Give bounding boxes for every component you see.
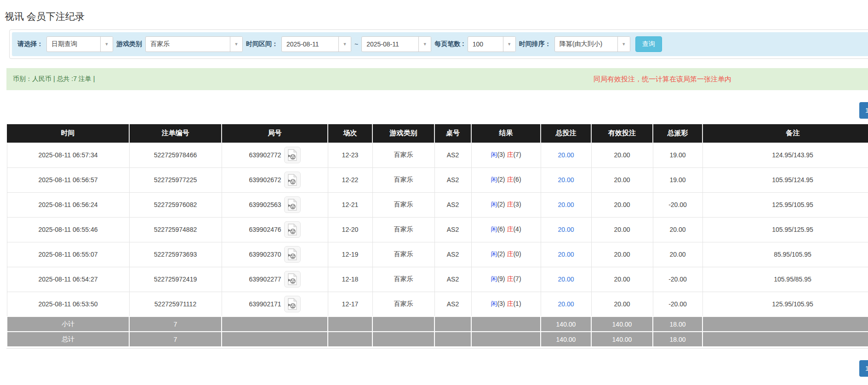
player-label: 闲 bbox=[491, 201, 497, 208]
game-category-label: 游戏类别 bbox=[116, 40, 142, 48]
cell-note: 105.95/125.95 bbox=[702, 217, 868, 242]
round-id-value: 639902277 bbox=[249, 276, 281, 283]
total-bet-link[interactable]: 20.00 bbox=[558, 201, 574, 208]
round-id-value: 639902370 bbox=[249, 251, 281, 258]
cell-result: 闲(2) 庄(6) bbox=[471, 167, 541, 192]
video-replay-icon[interactable] bbox=[284, 147, 301, 163]
subtotal-row: 小计 7 140.00 140.00 18.00 bbox=[7, 316, 868, 332]
banker-label: 庄 bbox=[507, 151, 513, 158]
cell-game-category: 百家乐 bbox=[372, 143, 434, 167]
player-label: 闲 bbox=[491, 300, 497, 307]
video-replay-icon[interactable] bbox=[284, 172, 301, 188]
player-score: (3) bbox=[497, 151, 505, 158]
cell-note: 105.95/124.95 bbox=[702, 167, 868, 192]
total-bet-link[interactable]: 20.00 bbox=[558, 251, 574, 258]
game-category-select[interactable]: 百家乐 ▼ bbox=[145, 36, 243, 52]
cell-table-no: AS2 bbox=[434, 292, 471, 316]
banker-label: 庄 bbox=[507, 201, 513, 208]
total-bet-link[interactable]: 20.00 bbox=[558, 151, 574, 159]
bet-records-table: 时间 注单编号 局号 场次 游戏类别 桌号 结果 总投注 有效投注 总派彩 备注… bbox=[6, 124, 868, 347]
table-row: 2025-08-11 06:53:50 522725971112 6399021… bbox=[7, 292, 868, 316]
banker-score: (6) bbox=[513, 176, 521, 183]
date-to-value: 2025-08-11 bbox=[362, 37, 418, 52]
cell-total-bet: 20.00 bbox=[541, 167, 591, 192]
cell-note: 124.95/143.95 bbox=[702, 143, 868, 167]
summary-bar: 币别：人民币 | 总共 :7 注单 | 同局有效投注，统一计算在该局第一张注单内 bbox=[6, 68, 868, 90]
page-title: 视讯 会员下注纪录 bbox=[5, 10, 85, 23]
cell-bet-id: 522725977225 bbox=[129, 167, 222, 192]
header-bet-id: 注单编号 bbox=[129, 124, 222, 143]
table-header-row: 时间 注单编号 局号 场次 游戏类别 桌号 结果 总投注 有效投注 总派彩 备注 bbox=[7, 124, 868, 143]
sort-select[interactable]: 降冪(由大到小) ▼ bbox=[554, 36, 630, 52]
cell-result: 闲(6) 庄(4) bbox=[471, 217, 541, 242]
page-size-select[interactable]: 100 ▼ bbox=[468, 36, 516, 52]
banker-label: 庄 bbox=[507, 250, 513, 258]
player-score: (9) bbox=[497, 275, 505, 282]
cell-total-bet: 20.00 bbox=[541, 192, 591, 217]
video-replay-icon[interactable] bbox=[284, 296, 301, 312]
cell-time: 2025-08-11 06:55:46 bbox=[7, 217, 129, 242]
valid-bet-notice: 同局有效投注，统一计算在该局第一张注单内 bbox=[594, 75, 868, 84]
cell-round-id: 639902370 bbox=[222, 242, 328, 267]
cell-payout: -20.00 bbox=[653, 192, 702, 217]
filter-panel: 请选择： 日期查询 ▼ 游戏类别 百家乐 ▼ 时间区间： 2025-08-11 … bbox=[9, 29, 868, 59]
chevron-down-icon[interactable]: ▼ bbox=[617, 37, 630, 52]
cell-bet-id: 522725974882 bbox=[129, 217, 222, 242]
search-button[interactable]: 查询 bbox=[635, 36, 662, 52]
banker-score: (7) bbox=[513, 275, 521, 282]
total-row: 总计 7 140.00 140.00 18.00 bbox=[7, 332, 868, 347]
player-score: (2) bbox=[497, 201, 505, 208]
chevron-down-icon[interactable]: ▼ bbox=[100, 37, 113, 52]
banker-label: 庄 bbox=[507, 225, 513, 233]
cell-time: 2025-08-11 06:57:34 bbox=[7, 143, 129, 167]
cell-time: 2025-08-11 06:56:24 bbox=[7, 192, 129, 217]
cell-game-category: 百家乐 bbox=[372, 192, 434, 217]
page-size-value: 100 bbox=[468, 37, 503, 52]
chevron-down-icon[interactable]: ▼ bbox=[418, 37, 431, 52]
total-bet-link[interactable]: 20.00 bbox=[558, 300, 574, 308]
banker-score: (1) bbox=[513, 300, 521, 307]
cell-payout: 19.00 bbox=[653, 167, 702, 192]
cell-table-no: AS2 bbox=[434, 242, 471, 267]
cell-table-no: AS2 bbox=[434, 267, 471, 292]
range-separator: ~ bbox=[354, 40, 358, 48]
query-type-value: 日期查询 bbox=[47, 37, 100, 52]
chevron-down-icon[interactable]: ▼ bbox=[230, 37, 242, 52]
total-bet-link[interactable]: 20.00 bbox=[558, 176, 574, 184]
cell-game-category: 百家乐 bbox=[372, 267, 434, 292]
video-replay-icon[interactable] bbox=[284, 196, 301, 213]
cell-valid-bet: 20.00 bbox=[591, 167, 653, 192]
query-type-select[interactable]: 日期查询 ▼ bbox=[46, 36, 113, 52]
video-replay-icon[interactable] bbox=[284, 221, 301, 238]
table-bottom-divider bbox=[6, 348, 868, 349]
header-result: 结果 bbox=[471, 124, 541, 143]
header-valid-bet: 有效投注 bbox=[591, 124, 653, 143]
player-label: 闲 bbox=[491, 225, 497, 233]
round-id-value: 639902672 bbox=[249, 176, 281, 184]
total-bet-link[interactable]: 20.00 bbox=[558, 226, 574, 233]
chevron-down-icon[interactable]: ▼ bbox=[338, 37, 351, 52]
cell-session: 12-23 bbox=[328, 143, 372, 167]
banker-score: (7) bbox=[513, 151, 521, 158]
cell-payout: -20.00 bbox=[653, 292, 702, 316]
cell-session: 12-19 bbox=[328, 242, 372, 267]
cell-session: 12-22 bbox=[328, 167, 372, 192]
table-row: 2025-08-11 06:56:57 522725977225 6399026… bbox=[7, 167, 868, 192]
player-label: 闲 bbox=[491, 151, 497, 158]
date-from-select[interactable]: 2025-08-11 ▼ bbox=[281, 36, 351, 52]
video-replay-icon[interactable] bbox=[284, 246, 301, 263]
cell-total-bet: 20.00 bbox=[541, 143, 591, 167]
video-replay-icon[interactable] bbox=[284, 271, 301, 287]
cell-game-category: 百家乐 bbox=[372, 217, 434, 242]
total-bet-link[interactable]: 20.00 bbox=[558, 276, 574, 283]
chevron-down-icon[interactable]: ▼ bbox=[503, 37, 515, 52]
pagination-page-button-bottom[interactable]: 1 bbox=[859, 360, 868, 377]
pagination-page-button-top[interactable]: 1 bbox=[859, 102, 868, 119]
date-to-select[interactable]: 2025-08-11 ▼ bbox=[361, 36, 431, 52]
cell-note: 125.95/105.95 bbox=[702, 292, 868, 316]
cell-total-bet: 20.00 bbox=[541, 217, 591, 242]
cell-time: 2025-08-11 06:55:07 bbox=[7, 242, 129, 267]
currency-total-text: 币别：人民币 | 总共 :7 注单 | bbox=[13, 75, 95, 83]
player-score: (2) bbox=[497, 250, 505, 258]
cell-valid-bet: 20.00 bbox=[591, 143, 653, 167]
